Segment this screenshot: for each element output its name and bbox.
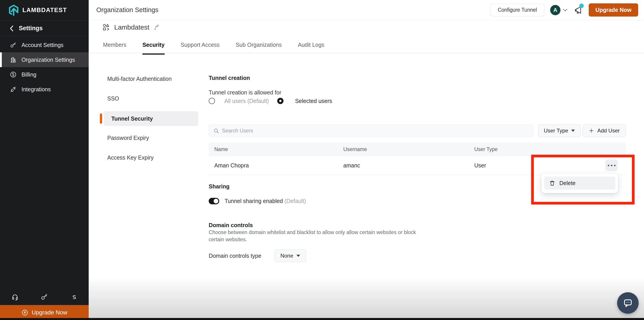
upgrade-arrow-icon <box>22 309 28 316</box>
organization-icon <box>102 23 110 31</box>
radio-all-users-label[interactable]: All users (Default) <box>224 98 269 104</box>
app-root: LAMBDATEST Settings Account Settings Org… <box>0 0 644 320</box>
headset-support-icon[interactable] <box>11 293 19 301</box>
sharing-toggle-row: Tunnel sharing enabled (Default) <box>209 197 306 205</box>
search-users-input[interactable] <box>222 125 531 137</box>
subnav-item-mfa[interactable]: Multi-factor Authentication <box>107 76 172 82</box>
domain-controls-heading: Domain controls <box>209 222 253 229</box>
col-header-name: Name <box>209 146 343 152</box>
sidebar-spacer <box>0 97 89 289</box>
user-type-dropdown[interactable]: User Type <box>538 124 581 137</box>
sidebar-item-account-settings[interactable]: Account Settings <box>0 37 89 52</box>
user-type-label: User Type <box>544 128 568 134</box>
subnav-item-sso[interactable]: SSO <box>107 95 119 102</box>
building-icon <box>10 56 16 63</box>
domain-controls-description: Choose between domain whitelist and blac… <box>209 229 421 243</box>
tunnel-creation-heading: Tunnel creation <box>209 75 250 81</box>
brand-name: LAMBDATEST <box>22 7 67 14</box>
users-table-header: Name Username User Type <box>209 142 626 156</box>
dollar-icon <box>10 71 16 78</box>
domain-controls-type-label: Domain controls type <box>209 253 261 259</box>
back-chevron-icon <box>10 25 14 32</box>
sharing-heading: Sharing <box>209 183 230 190</box>
plug-icon <box>10 86 16 93</box>
caret-down-icon <box>296 255 300 257</box>
domain-controls-type-row: Domain controls type None <box>209 250 306 262</box>
chat-widget-button[interactable] <box>617 292 639 314</box>
lambdatest-logo-icon <box>8 4 19 16</box>
sidebar-item-organization-settings[interactable]: Organization Settings <box>0 52 89 67</box>
sidebar-item-billing[interactable]: Billing <box>0 67 89 82</box>
subnav-item-tunnel-security[interactable]: Tunnel Security <box>104 111 198 126</box>
tunnel-sharing-label: Tunnel sharing enabled (Default) <box>224 198 306 204</box>
announcements-button[interactable] <box>574 5 583 15</box>
topbar-actions: Configure Tunnel A Upgrade Now <box>490 3 638 16</box>
radio-all-users[interactable] <box>209 98 215 104</box>
tunnel-creation-allowed-label: Tunnel creation is allowed for <box>209 89 281 96</box>
main-content: Lambdatest Members Security Support Acce… <box>89 20 644 320</box>
brand-logo[interactable]: LAMBDATEST <box>0 0 89 20</box>
org-name: Lambdatest <box>114 23 149 31</box>
sidebar-item-label: Billing <box>22 71 36 78</box>
edit-pencil-icon[interactable] <box>154 24 159 30</box>
search-icon <box>214 128 219 134</box>
col-header-user-type: User Type <box>474 146 626 152</box>
chat-bubble-icon <box>622 297 634 309</box>
tabs-divider <box>89 53 644 53</box>
subnav-item-password-expiry[interactable]: Password Expiry <box>107 135 149 141</box>
tunnel-sharing-default-suffix: (Default) <box>284 198 306 204</box>
delete-menu-label: Delete <box>559 180 576 186</box>
radio-selected-users-label[interactable]: Selected users <box>295 98 332 104</box>
domain-controls-type-dropdown[interactable]: None <box>274 250 306 262</box>
notification-dot <box>579 3 584 8</box>
domain-controls-type-value: None <box>280 253 293 259</box>
add-user-button[interactable]: Add User <box>583 124 626 137</box>
sidebar-settings-header[interactable]: Settings <box>0 20 89 36</box>
table-row: Aman Chopra amanc User <box>209 156 626 175</box>
access-key-icon[interactable] <box>40 293 48 301</box>
subnav-item-access-key-expiry[interactable]: Access Key Expiry <box>107 154 154 161</box>
sidebar-footer <box>0 289 89 305</box>
tunnel-creation-radio-group: All users (Default) Selected users <box>209 97 332 104</box>
row-actions-popup: Delete <box>542 174 618 193</box>
cell-username: amanc <box>343 162 474 169</box>
configure-tunnel-button[interactable]: Configure Tunnel <box>490 3 544 16</box>
radio-selected-users[interactable] <box>277 98 284 104</box>
sidebar-header-label: Settings <box>19 25 43 32</box>
sidebar-menu: Account Settings Organization Settings B… <box>0 36 89 97</box>
chevron-down-icon <box>563 8 568 12</box>
subnav-active-indicator <box>100 113 102 124</box>
delete-menu-item[interactable]: Delete <box>544 177 615 190</box>
bottom-gradient <box>89 277 644 318</box>
cell-name: Aman Chopra <box>209 162 343 169</box>
sidebar-item-label: Integrations <box>22 86 51 93</box>
col-header-username: Username <box>343 146 474 152</box>
avatar[interactable]: A <box>550 5 560 15</box>
switch-s-icon[interactable] <box>70 293 78 301</box>
caret-down-icon <box>571 130 575 132</box>
plus-icon <box>589 128 594 133</box>
upgrade-now-button[interactable]: Upgrade Now <box>589 3 638 16</box>
topbar: Organization Settings Configure Tunnel A… <box>89 0 644 20</box>
sidebar-item-label: Account Settings <box>22 42 64 48</box>
sidebar: LAMBDATEST Settings Account Settings Org… <box>0 0 89 320</box>
org-header: Lambdatest <box>102 23 159 31</box>
sidebar-upgrade-label: Upgrade Now <box>32 309 68 316</box>
users-table: Name Username User Type Aman Chopra aman… <box>209 142 626 175</box>
screen-bottom-edge <box>0 318 644 320</box>
users-toolbar: User Type Add User <box>209 124 626 137</box>
account-menu[interactable]: A <box>550 5 568 15</box>
trash-icon <box>549 180 555 186</box>
search-users-box <box>209 124 534 137</box>
row-actions-menu-button[interactable] <box>605 160 618 171</box>
cell-user-type: User <box>474 162 626 169</box>
sidebar-item-integrations[interactable]: Integrations <box>0 82 89 97</box>
key-icon <box>10 42 16 48</box>
page-title: Organization Settings <box>96 6 158 14</box>
sidebar-item-label: Organization Settings <box>22 57 75 63</box>
add-user-label: Add User <box>597 128 620 134</box>
tunnel-sharing-toggle[interactable] <box>209 198 219 204</box>
toggle-knob <box>214 199 218 203</box>
sidebar-upgrade-button[interactable]: Upgrade Now <box>0 305 89 320</box>
